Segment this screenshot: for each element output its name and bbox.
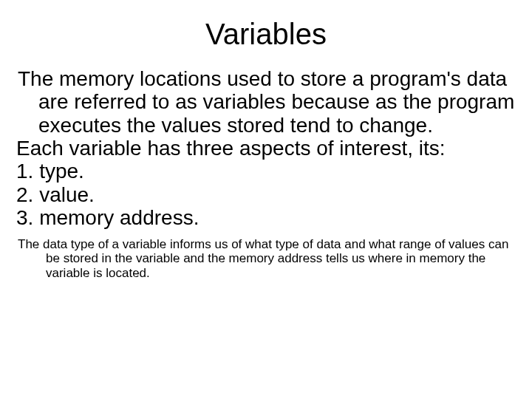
list-item-2: 2. value.: [16, 183, 517, 206]
footnote-text: The data type of a variable informs us o…: [16, 237, 517, 281]
footnote-block: The data type of a variable informs us o…: [15, 237, 517, 281]
list-item-3: 3. memory address.: [16, 206, 517, 229]
slide-container: Variables The memory locations used to s…: [0, 0, 532, 399]
slide-body: The memory locations used to store a pro…: [15, 67, 517, 230]
paragraph-intro: Each variable has three aspects of inter…: [16, 137, 517, 160]
paragraph-main: The memory locations used to store a pro…: [16, 67, 517, 137]
slide-title: Variables: [15, 18, 517, 51]
list-item-1: 1. type.: [16, 160, 517, 183]
